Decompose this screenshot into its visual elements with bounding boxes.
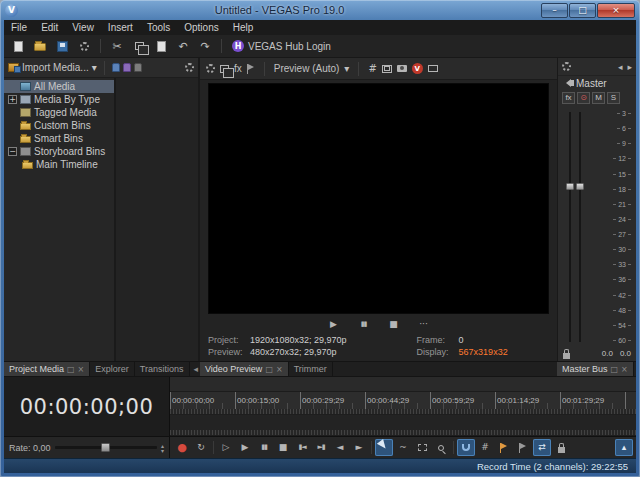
next-frame-button[interactable]: ► bbox=[350, 439, 368, 456]
vegas-hub-login-button[interactable]: H VEGAS Hub Login bbox=[228, 40, 335, 52]
insert-marker-button[interactable] bbox=[495, 439, 513, 456]
marker-bar[interactable] bbox=[170, 377, 636, 392]
play-button[interactable]: ▶ bbox=[236, 439, 254, 456]
close-button[interactable]: × bbox=[597, 3, 635, 18]
float-window-icon[interactable]: □ bbox=[611, 365, 619, 374]
track-area[interactable] bbox=[170, 415, 636, 430]
loop-playback-button[interactable]: ↻ bbox=[192, 439, 210, 456]
snap-button[interactable] bbox=[457, 439, 475, 456]
minimize-button[interactable]: – bbox=[541, 3, 568, 18]
tab-transitions[interactable]: Transitions bbox=[135, 362, 190, 376]
mute-button[interactable]: M bbox=[592, 92, 605, 104]
preview-pause-button[interactable]: ▮▮ bbox=[355, 316, 373, 333]
tab-trimmer[interactable]: Trimmer bbox=[289, 362, 333, 376]
preview-settings-gear-icon[interactable] bbox=[206, 64, 215, 73]
scroll-tabs-left-icon[interactable]: ◂ bbox=[194, 364, 199, 374]
maximize-button[interactable]: □ bbox=[569, 3, 596, 18]
record-arm-button[interactable]: ⊙ bbox=[577, 92, 590, 104]
menu-tools[interactable]: Tools bbox=[140, 20, 177, 35]
menu-edit[interactable]: Edit bbox=[34, 20, 65, 35]
float-window-icon[interactable]: □ bbox=[265, 365, 273, 374]
new-project-button[interactable] bbox=[8, 37, 28, 56]
split-screen-view-icon[interactable] bbox=[220, 65, 229, 73]
rate-slider[interactable] bbox=[55, 446, 157, 449]
grid-overlay-icon[interactable]: # bbox=[368, 63, 376, 74]
menu-help[interactable]: Help bbox=[226, 20, 261, 35]
tree-item-main-timeline[interactable]: Main Timeline bbox=[4, 158, 114, 171]
open-project-button[interactable] bbox=[30, 37, 50, 56]
menu-insert[interactable]: Insert bbox=[101, 20, 140, 35]
spin-down-icon[interactable]: ▾ bbox=[161, 448, 164, 453]
tree-item-smart-bins[interactable]: Smart Bins bbox=[4, 132, 114, 145]
preview-stop-button[interactable]: ■ bbox=[385, 316, 403, 333]
cut-button[interactable]: ✂ bbox=[107, 37, 127, 56]
tree-item-tagged-media[interactable]: Tagged Media bbox=[4, 106, 114, 119]
play-from-start-button[interactable]: ▷ bbox=[217, 439, 235, 456]
normal-edit-tool-button[interactable] bbox=[375, 439, 393, 456]
save-project-button[interactable] bbox=[52, 37, 72, 56]
insert-region-button[interactable] bbox=[514, 439, 532, 456]
auto-ripple-button[interactable]: ⇄ bbox=[533, 439, 551, 456]
close-tab-icon[interactable]: × bbox=[78, 365, 85, 374]
rate-spinner[interactable]: ▴ ▾ bbox=[161, 443, 164, 453]
tree-item-custom-bins[interactable]: Custom Bins bbox=[4, 119, 114, 132]
undo-button[interactable]: ↶ bbox=[173, 37, 193, 56]
go-to-start-button[interactable]: ▮◄ bbox=[293, 439, 311, 456]
rate-slider-handle[interactable] bbox=[101, 443, 110, 452]
close-tab-icon[interactable]: × bbox=[276, 365, 283, 374]
media-generators-icon[interactable] bbox=[123, 63, 131, 72]
insert-bus-left-icon[interactable]: ◂ bbox=[618, 62, 623, 72]
selection-tool-button[interactable] bbox=[413, 439, 431, 456]
fader-handle-left[interactable] bbox=[566, 183, 574, 190]
tree-item-media-by-type[interactable]: + Media By Type bbox=[4, 93, 114, 106]
go-to-end-button[interactable]: ►▮ bbox=[312, 439, 330, 456]
v-plugin-icon[interactable]: V bbox=[412, 63, 423, 74]
fader-handle-right[interactable] bbox=[576, 183, 584, 190]
quality-dropdown-arrow-icon[interactable]: ▾ bbox=[344, 63, 349, 74]
video-preview-screen[interactable] bbox=[208, 83, 549, 314]
compare-flag-icon[interactable] bbox=[247, 64, 255, 74]
project-properties-button[interactable] bbox=[74, 37, 94, 56]
tab-video-preview[interactable]: Video Preview □ × bbox=[200, 362, 289, 376]
import-media-icon[interactable] bbox=[8, 63, 19, 72]
tab-explorer[interactable]: Explorer bbox=[90, 362, 135, 376]
media-settings-gear-icon[interactable] bbox=[185, 63, 194, 72]
menu-view[interactable]: View bbox=[65, 20, 101, 35]
collapse-minus-icon[interactable]: − bbox=[8, 147, 17, 156]
import-dropdown-arrow-icon[interactable]: ▾ bbox=[92, 62, 97, 73]
previous-frame-button[interactable]: ◄ bbox=[331, 439, 349, 456]
master-bus-name[interactable]: Master bbox=[576, 78, 607, 89]
scroll-up-button[interactable]: ▴ bbox=[615, 439, 633, 456]
tab-project-media[interactable]: Project Media □ × bbox=[4, 362, 90, 376]
insert-bus-right-icon[interactable]: ▸ bbox=[627, 62, 632, 72]
snapshot-icon[interactable] bbox=[397, 65, 407, 72]
expand-plus-icon[interactable]: + bbox=[8, 95, 17, 104]
lock-icon[interactable] bbox=[563, 353, 570, 359]
preview-quality-dropdown[interactable]: Preview (Auto) bbox=[274, 63, 340, 74]
solo-button[interactable]: S bbox=[607, 92, 620, 104]
copy-button[interactable] bbox=[129, 37, 149, 56]
menu-options[interactable]: Options bbox=[177, 20, 225, 35]
external-monitor-icon[interactable] bbox=[428, 65, 438, 72]
tree-item-storyboard-bins[interactable]: − Storyboard Bins bbox=[4, 145, 114, 158]
close-tab-icon[interactable]: × bbox=[621, 365, 628, 374]
paste-button[interactable] bbox=[151, 37, 171, 56]
zoom-tool-button[interactable] bbox=[432, 439, 450, 456]
media-file-list[interactable] bbox=[116, 78, 198, 361]
preview-more-button[interactable]: ··· bbox=[415, 316, 433, 333]
envelope-tool-button[interactable]: ~ bbox=[394, 439, 412, 456]
time-ruler[interactable]: 00:00:00;00 00:00:15;00 00:00:29;29 00:0… bbox=[170, 392, 636, 409]
lock-envelopes-button[interactable] bbox=[552, 439, 570, 456]
safe-area-icon[interactable] bbox=[382, 65, 392, 73]
media-manager-icon[interactable] bbox=[112, 63, 120, 72]
media-bins-icon[interactable] bbox=[134, 63, 142, 72]
video-output-fx-button[interactable]: fx bbox=[234, 63, 242, 74]
title-bar[interactable]: V Untitled - VEGAS Pro 19.0 – □ × bbox=[0, 0, 640, 20]
pause-button[interactable]: ▮▮ bbox=[255, 439, 273, 456]
grid-snap-button[interactable]: # bbox=[476, 439, 494, 456]
import-media-button[interactable]: Import Media... bbox=[22, 62, 89, 73]
preview-play-button[interactable]: ▶ bbox=[325, 316, 343, 333]
tree-item-all-media[interactable]: All Media bbox=[4, 80, 114, 93]
mixer-settings-gear-icon[interactable] bbox=[562, 62, 571, 71]
record-button[interactable]: ● bbox=[173, 439, 191, 456]
